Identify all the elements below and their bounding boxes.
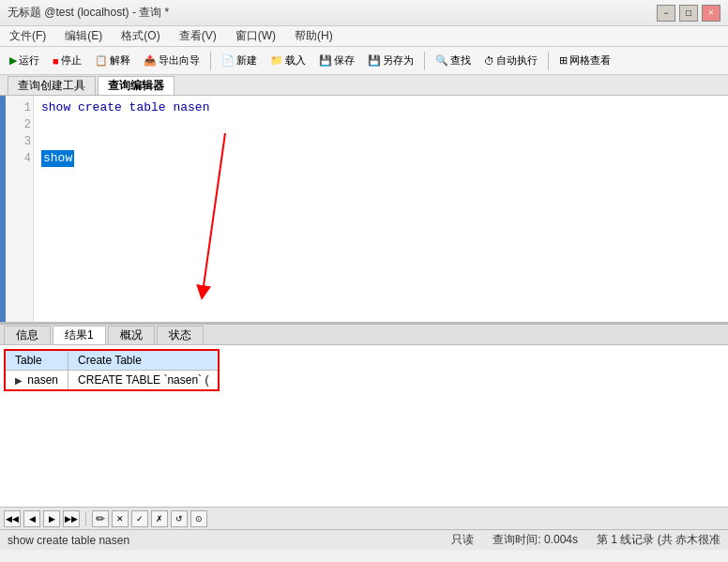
tab-status[interactable]: 状态 bbox=[157, 326, 204, 344]
grid-icon: ⊞ bbox=[559, 54, 568, 67]
line-numbers: 1 2 3 4 bbox=[6, 96, 34, 322]
new-button[interactable]: 📄 新建 bbox=[216, 50, 263, 72]
nav-prev-button[interactable]: ◀ bbox=[23, 510, 40, 527]
nav-bar: ◀◀ ◀ ▶ ▶▶ ✏ ✕ ✓ ✗ ↺ ⊙ bbox=[0, 507, 728, 529]
tab-query-builder[interactable]: 查询创建工具 bbox=[8, 76, 96, 95]
nav-separator bbox=[85, 511, 86, 526]
load-button[interactable]: 📁 载入 bbox=[265, 50, 311, 72]
nav-next-button[interactable]: ▶ bbox=[43, 510, 60, 527]
nav-delete-button[interactable]: ✕ bbox=[112, 510, 129, 527]
status-time: 查询时间: 0.004s bbox=[493, 532, 578, 548]
status-right: 只读 查询时间: 0.004s 第 1 线记录 (共 赤木很准 bbox=[451, 532, 720, 548]
explain-button[interactable]: 📋 解释 bbox=[89, 50, 136, 72]
cell-create-sql: CREATE TABLE `nasen` ( bbox=[68, 371, 220, 391]
menu-window[interactable]: 窗口(W) bbox=[230, 26, 281, 46]
menu-format[interactable]: 格式(O) bbox=[115, 26, 165, 46]
save-icon: 💾 bbox=[319, 54, 332, 67]
main-window: 无标题 @test (localhost) - 查询 * － □ × 文件(F)… bbox=[0, 0, 728, 562]
toolbar-separator-1 bbox=[210, 52, 211, 70]
cell-table-name: ▶ nasen bbox=[5, 371, 68, 391]
result-table: Table Create Table ▶ nasen CREATE TABLE … bbox=[4, 349, 220, 391]
tab-strip-bottom: 信息 结果1 概况 状态 bbox=[0, 325, 728, 345]
toolbar-separator-2 bbox=[424, 52, 425, 70]
explain-icon: 📋 bbox=[95, 54, 108, 67]
code-line-1: show create table nasen bbox=[41, 99, 720, 116]
run-icon: ▶ bbox=[9, 54, 17, 67]
status-query: show create table nasen bbox=[8, 534, 129, 547]
save-button[interactable]: 💾 保存 bbox=[313, 50, 360, 72]
auto-run-button[interactable]: ⏱ 自动执行 bbox=[478, 50, 543, 72]
toolbar-separator-3 bbox=[548, 52, 549, 70]
stop-icon: ■ bbox=[53, 55, 59, 67]
run-button[interactable]: ▶ 运行 bbox=[4, 50, 45, 72]
code-line-2 bbox=[41, 116, 720, 133]
code-line-3 bbox=[41, 133, 720, 150]
status-position: 第 1 线记录 (共 赤木很准 bbox=[597, 532, 720, 548]
export-icon: 📤 bbox=[144, 54, 157, 67]
code-text-1: show create table nasen bbox=[41, 99, 209, 116]
nav-refresh-button[interactable]: ↺ bbox=[171, 510, 188, 527]
nav-copy-button[interactable]: ⊙ bbox=[190, 510, 207, 527]
table-row: ▶ nasen CREATE TABLE `nasen` ( bbox=[5, 371, 219, 391]
status-mode: 只读 bbox=[451, 532, 474, 548]
grid-view-button[interactable]: ⊞ 网格查看 bbox=[554, 50, 616, 72]
tab-strip-top: 查询创建工具 查询编辑器 bbox=[0, 75, 728, 96]
nav-first-button[interactable]: ◀◀ bbox=[4, 510, 21, 527]
status-bar: show create table nasen 只读 查询时间: 0.004s … bbox=[0, 529, 728, 550]
new-icon: 📄 bbox=[221, 54, 235, 67]
code-line-4: show bbox=[41, 150, 720, 167]
save-as-button[interactable]: 💾 另存为 bbox=[362, 50, 419, 72]
export-wizard-button[interactable]: 📤 导出向导 bbox=[138, 50, 205, 72]
tab-query-editor[interactable]: 查询编辑器 bbox=[98, 76, 174, 95]
find-icon: 🔍 bbox=[435, 54, 448, 67]
result-area: Table Create Table ▶ nasen CREATE TABLE … bbox=[0, 345, 728, 507]
bottom-panel: 信息 结果1 概况 状态 Table Create Table ▶ bbox=[0, 323, 728, 529]
nav-edit-button[interactable]: ✓ bbox=[131, 510, 148, 527]
toolbar: ▶ 运行 ■ 停止 📋 解释 📤 导出向导 📄 新建 📁 载入 💾 保存 bbox=[0, 47, 728, 75]
title-controls: － □ × bbox=[657, 5, 720, 22]
menu-file[interactable]: 文件(F) bbox=[4, 26, 52, 46]
nav-add-button[interactable]: ✏ bbox=[92, 510, 109, 527]
tab-result1[interactable]: 结果1 bbox=[53, 326, 106, 344]
title-bar: 无标题 @test (localhost) - 查询 * － □ × bbox=[0, 0, 728, 26]
stop-button[interactable]: ■ 停止 bbox=[47, 50, 87, 72]
editor-area: 1 2 3 4 show create table nasen show bbox=[0, 96, 728, 323]
close-button[interactable]: × bbox=[702, 5, 720, 22]
col-header-create-table: Create Table bbox=[68, 350, 220, 371]
auto-run-icon: ⏱ bbox=[484, 55, 494, 67]
maximize-button[interactable]: □ bbox=[679, 5, 698, 22]
save-as-icon: 💾 bbox=[368, 54, 381, 67]
row-arrow-icon: ▶ bbox=[15, 375, 23, 386]
minimize-button[interactable]: － bbox=[657, 5, 675, 22]
tab-overview[interactable]: 概况 bbox=[108, 326, 155, 344]
window-title: 无标题 @test (localhost) - 查询 * bbox=[8, 5, 169, 21]
menu-edit[interactable]: 编辑(E) bbox=[59, 26, 108, 46]
nav-last-button[interactable]: ▶▶ bbox=[63, 510, 80, 527]
code-editor[interactable]: show create table nasen show bbox=[34, 96, 728, 322]
code-highlight-show: show bbox=[41, 150, 74, 167]
menu-bar: 文件(F) 编辑(E) 格式(O) 查看(V) 窗口(W) 帮助(H) bbox=[0, 26, 728, 47]
load-icon: 📁 bbox=[270, 54, 283, 67]
col-header-table: Table bbox=[5, 350, 68, 371]
menu-view[interactable]: 查看(V) bbox=[174, 26, 222, 46]
menu-help[interactable]: 帮助(H) bbox=[289, 26, 339, 46]
find-button[interactable]: 🔍 查找 bbox=[430, 50, 477, 72]
nav-cancel-button[interactable]: ✗ bbox=[151, 510, 168, 527]
tab-info[interactable]: 信息 bbox=[4, 326, 51, 344]
